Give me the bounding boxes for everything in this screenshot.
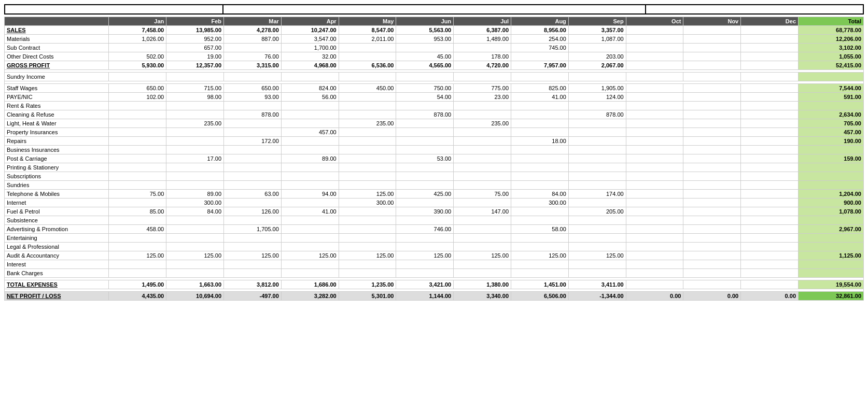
- cell-value: [166, 243, 224, 251]
- cell-value: [339, 269, 396, 278]
- row-label: NET PROFIT / LOSS: [5, 292, 109, 301]
- cell-value: [799, 234, 864, 243]
- row-label: Fuel & Petrol: [5, 207, 109, 216]
- cell-value: 650.00: [109, 84, 166, 93]
- cell-value: 85.00: [109, 207, 166, 216]
- cell-value: [568, 137, 626, 146]
- cell-value: 125.00: [109, 251, 166, 260]
- cell-value: 68,778.00: [799, 26, 864, 35]
- main-container: Jan Feb Mar Apr May Jun Jul Aug Sep Oct …: [0, 0, 868, 305]
- cell-value: 4,565.00: [396, 61, 454, 70]
- cell-value: 0.00: [683, 292, 741, 301]
- cell-value: 878.00: [396, 110, 454, 119]
- row-label: Materials: [5, 35, 109, 44]
- cell-value: [224, 128, 282, 137]
- cell-value: 56.00: [281, 93, 339, 102]
- row-label: Cleaning & Refuse: [5, 110, 109, 119]
- table-row: Sub Contract657.001,700.00745.003,102.00: [5, 44, 864, 52]
- cell-value: [568, 146, 626, 154]
- cell-value: [511, 119, 569, 128]
- cell-value: [799, 260, 864, 269]
- cell-value: [741, 84, 799, 93]
- cell-value: [109, 137, 166, 146]
- cell-value: [224, 234, 282, 243]
- cell-value: [166, 137, 224, 146]
- cell-value: [683, 216, 741, 225]
- table-row: Entertaining: [5, 234, 864, 243]
- cell-value: 174.00: [568, 190, 626, 199]
- cell-value: [511, 73, 569, 81]
- cell-value: 159.00: [799, 154, 864, 163]
- cell-value: [454, 234, 511, 243]
- cell-value: [339, 154, 396, 163]
- cell-value: 19.00: [166, 52, 224, 61]
- cell-value: [281, 110, 339, 119]
- cell-value: 2,067.00: [568, 61, 626, 70]
- cell-value: [396, 199, 454, 207]
- cell-value: [799, 172, 864, 181]
- cell-value: [799, 73, 864, 81]
- table-row: Audit & Accountancy125.00125.00125.00125…: [5, 251, 864, 260]
- cell-value: [396, 137, 454, 146]
- cell-value: [109, 216, 166, 225]
- cell-value: [109, 260, 166, 269]
- cell-value: [396, 128, 454, 137]
- cell-value: [224, 216, 282, 225]
- row-label: Light, Heat & Water: [5, 119, 109, 128]
- cell-value: 18.00: [511, 137, 569, 146]
- cell-value: [454, 269, 511, 278]
- cell-value: 10,247.00: [281, 26, 339, 35]
- cell-value: [224, 119, 282, 128]
- cell-value: [109, 163, 166, 172]
- cell-value: [339, 52, 396, 61]
- table-row: Staff Wages650.00715.00650.00824.00450.0…: [5, 84, 864, 93]
- cell-value: [683, 110, 741, 119]
- cell-value: [511, 269, 569, 278]
- report-date: [646, 5, 863, 13]
- table-row: Other Direct Costs502.0019.0076.0032.004…: [5, 52, 864, 61]
- cell-value: 75.00: [109, 190, 166, 199]
- col-header-apr: Apr: [281, 17, 339, 26]
- cell-value: 657.00: [166, 44, 224, 52]
- cell-value: [339, 128, 396, 137]
- table-row: TOTAL EXPENSES1,495.001,663.003,812.001,…: [5, 280, 864, 289]
- row-label: Business Insurances: [5, 146, 109, 154]
- cell-value: [626, 181, 683, 190]
- cell-value: [741, 181, 799, 190]
- cell-value: 125.00: [511, 251, 569, 260]
- cell-value: [166, 163, 224, 172]
- cell-value: [109, 199, 166, 207]
- cell-value: 3,340.00: [454, 292, 511, 301]
- cell-value: [683, 73, 741, 81]
- cell-value: [224, 181, 282, 190]
- cell-value: [511, 172, 569, 181]
- cell-value: [339, 146, 396, 154]
- cell-value: [568, 172, 626, 181]
- cell-value: [281, 119, 339, 128]
- cell-value: [281, 225, 339, 234]
- col-header-dec: Dec: [741, 17, 799, 26]
- cell-value: [166, 260, 224, 269]
- cell-value: 6,536.00: [339, 61, 396, 70]
- cell-value: 125.00: [339, 251, 396, 260]
- cell-value: [626, 269, 683, 278]
- cell-value: [339, 137, 396, 146]
- cell-value: 300.00: [339, 199, 396, 207]
- cell-value: [166, 269, 224, 278]
- cell-value: 1,235.00: [339, 280, 396, 289]
- cell-value: [683, 207, 741, 216]
- cell-value: 32,861.00: [799, 292, 864, 301]
- cell-value: [683, 102, 741, 110]
- cell-value: [281, 163, 339, 172]
- cell-value: [339, 181, 396, 190]
- cell-value: [626, 61, 683, 70]
- row-label: Legal & Professional: [5, 243, 109, 251]
- cell-value: 205.00: [568, 207, 626, 216]
- cell-value: [109, 119, 166, 128]
- col-header-oct: Oct: [626, 17, 683, 26]
- cell-value: [281, 260, 339, 269]
- row-label: Sub Contract: [5, 44, 109, 52]
- table-row: PAYE/NIC102.0098.0093.0056.0054.0023.004…: [5, 93, 864, 102]
- cell-value: 52,415.00: [799, 61, 864, 70]
- cell-value: [683, 146, 741, 154]
